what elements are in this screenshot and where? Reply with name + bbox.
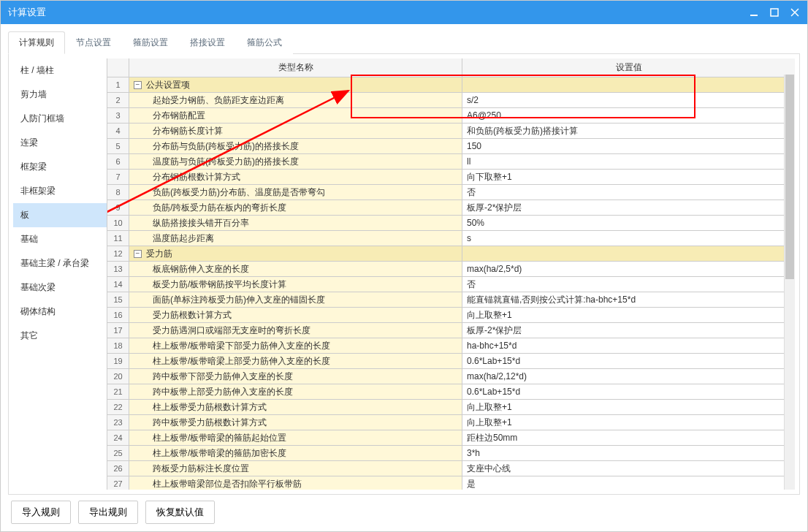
row-value[interactable]: max(ha/2,5*d)	[462, 262, 795, 276]
row-number: 2	[107, 93, 129, 107]
row-value[interactable]: 否	[462, 277, 795, 292]
table-row[interactable]: 15面筋(单标注跨板受力筋)伸入支座的锚固长度能直锚就直锚,否则按公式计算:ha…	[107, 292, 795, 308]
tab-1[interactable]: 节点设置	[65, 31, 122, 54]
sidebar-item-2[interactable]: 人防门框墙	[13, 107, 107, 131]
table-row[interactable]: 17受力筋遇洞口或端部无支座时的弯折长度板厚-2*保护层	[107, 323, 795, 338]
window-title: 计算设置	[8, 6, 749, 19]
row-type: 起始受力钢筋、负筋距支座边距离	[129, 93, 462, 107]
table-row[interactable]: 7分布钢筋根数计算方式向下取整+1	[107, 170, 795, 185]
table-row[interactable]: 21跨中板带上部受力筋伸入支座的长度0.6*Lab+15*d	[107, 384, 795, 400]
row-value[interactable]: 距柱边50mm	[462, 430, 795, 445]
row-number: 21	[107, 384, 129, 399]
row-value[interactable]: A6@250	[462, 108, 795, 123]
row-value[interactable]: 3*h	[462, 446, 795, 460]
table-row[interactable]: 16受力筋根数计算方式向上取整+1	[107, 308, 795, 323]
row-value[interactable]: 0.6*Lab+15*d	[462, 354, 795, 368]
table-row[interactable]: 26跨板受力筋标注长度位置支座中心线	[107, 461, 795, 476]
row-value[interactable]: 50%	[462, 216, 795, 230]
row-value[interactable]: s/2	[462, 93, 795, 107]
row-value[interactable]: 和负筋(跨板受力筋)搭接计算	[462, 123, 795, 138]
sidebar-item-5[interactable]: 非框架梁	[13, 179, 107, 203]
row-type: −公共设置项	[129, 77, 462, 92]
sidebar-item-1[interactable]: 剪力墙	[13, 83, 107, 107]
row-value[interactable]: 能直锚就直锚,否则按公式计算:ha-bhc+15*d	[462, 292, 795, 307]
table-row[interactable]: 8负筋(跨板受力筋)分布筋、温度筋是否带弯勾否	[107, 185, 795, 200]
table-row[interactable]: 6温度筋与负筋(跨板受力筋)的搭接长度ll	[107, 154, 795, 170]
row-value[interactable]	[462, 246, 795, 261]
table-row[interactable]: 5分布筋与负筋(跨板受力筋)的搭接长度150	[107, 139, 795, 154]
row-type: 跨中板带下部受力筋伸入支座的长度	[129, 369, 462, 384]
row-value[interactable]: 向上取整+1	[462, 415, 795, 430]
restore-defaults-button[interactable]: 恢复默认值	[145, 501, 215, 524]
table-row[interactable]: 4分布钢筋长度计算和负筋(跨板受力筋)搭接计算	[107, 123, 795, 139]
row-type: 柱上板带受力筋根数计算方式	[129, 400, 462, 414]
row-value[interactable]: 否	[462, 185, 795, 200]
scrollbar-vertical[interactable]	[784, 75, 795, 490]
row-number: 27	[107, 476, 129, 490]
row-value[interactable]: 150	[462, 139, 795, 153]
row-value[interactable]: 板厚-2*保护层	[462, 200, 795, 215]
table-row[interactable]: 20跨中板带下部受力筋伸入支座的长度max(ha/2,12*d)	[107, 369, 795, 384]
sidebar: 柱 / 墙柱剪力墙人防门框墙连梁框架梁非框架梁板基础基础主梁 / 承台梁基础次梁…	[13, 58, 107, 490]
table-row[interactable]: 22柱上板带受力筋根数计算方式向上取整+1	[107, 400, 795, 415]
row-value[interactable]: 向上取整+1	[462, 308, 795, 322]
row-value[interactable]: 支座中心线	[462, 461, 795, 476]
row-number: 25	[107, 446, 129, 460]
sidebar-item-9[interactable]: 基础次梁	[13, 276, 107, 300]
tab-bar: 计算规则节点设置箍筋设置搭接设置箍筋公式	[8, 31, 800, 54]
tab-2[interactable]: 箍筋设置	[122, 31, 179, 54]
table-row[interactable]: 25柱上板带/板带暗梁的箍筋加密长度3*h	[107, 446, 795, 461]
table-row[interactable]: 23跨中板带受力筋根数计算方式向上取整+1	[107, 415, 795, 430]
row-value[interactable]: ha-bhc+15*d	[462, 338, 795, 353]
row-value[interactable]: max(ha/2,12*d)	[462, 369, 795, 384]
row-value[interactable]: 0.6*Lab+15*d	[462, 384, 795, 399]
row-value[interactable]: 向上取整+1	[462, 400, 795, 414]
close-button[interactable]	[790, 7, 800, 18]
table-row[interactable]: 9负筋/跨板受力筋在板内的弯折长度板厚-2*保护层	[107, 200, 795, 216]
tab-0[interactable]: 计算规则	[8, 31, 65, 54]
row-number: 4	[107, 123, 129, 138]
maximize-button[interactable]	[769, 7, 780, 18]
row-value[interactable]: 板厚-2*保护层	[462, 323, 795, 338]
row-type: 跨中板带受力筋根数计算方式	[129, 415, 462, 430]
table-row[interactable]: 10纵筋搭接接头错开百分率50%	[107, 216, 795, 231]
sidebar-item-6[interactable]: 板	[13, 203, 107, 227]
expand-icon[interactable]: −	[134, 250, 142, 258]
row-value[interactable]: ll	[462, 154, 795, 169]
sidebar-item-0[interactable]: 柱 / 墙柱	[13, 58, 107, 83]
expand-icon[interactable]: −	[134, 81, 142, 89]
sidebar-item-7[interactable]: 基础	[13, 227, 107, 251]
table-body[interactable]: 1−公共设置项2起始受力钢筋、负筋距支座边距离s/23分布钢筋配置A6@2504…	[107, 77, 795, 490]
row-value[interactable]: s	[462, 231, 795, 246]
window-controls	[749, 7, 800, 18]
row-value[interactable]: 向下取整+1	[462, 170, 795, 184]
sidebar-item-10[interactable]: 砌体结构	[13, 300, 107, 324]
table-row[interactable]: 18柱上板带/板带暗梁下部受力筋伸入支座的长度ha-bhc+15*d	[107, 338, 795, 354]
row-value[interactable]	[462, 77, 795, 92]
sidebar-item-3[interactable]: 连梁	[13, 131, 107, 155]
row-number: 11	[107, 231, 129, 246]
table-row[interactable]: 13板底钢筋伸入支座的长度max(ha/2,5*d)	[107, 262, 795, 277]
sidebar-item-4[interactable]: 框架梁	[13, 155, 107, 179]
import-rules-button[interactable]: 导入规则	[11, 501, 71, 524]
row-value[interactable]: 是	[462, 476, 795, 490]
table-row[interactable]: 3分布钢筋配置A6@250	[107, 108, 795, 123]
tab-3[interactable]: 搭接设置	[179, 31, 236, 54]
tab-4[interactable]: 箍筋公式	[236, 31, 293, 54]
row-number: 6	[107, 154, 129, 169]
sidebar-item-8[interactable]: 基础主梁 / 承台梁	[13, 251, 107, 276]
table-row[interactable]: 12−受力筋	[107, 246, 795, 262]
table-row[interactable]: 11温度筋起步距离s	[107, 231, 795, 246]
sidebar-item-11[interactable]: 其它	[13, 324, 107, 348]
table-row[interactable]: 24柱上板带/板带暗梁的箍筋起始位置距柱边50mm	[107, 430, 795, 446]
table-row[interactable]: 1−公共设置项	[107, 77, 795, 93]
table-row[interactable]: 27柱上板带暗梁部位是否扣除平行板带筋是	[107, 476, 795, 490]
table-row[interactable]: 2起始受力钢筋、负筋距支座边距离s/2	[107, 93, 795, 108]
export-rules-button[interactable]: 导出规则	[78, 501, 138, 524]
titlebar: 计算设置	[1, 1, 807, 24]
table-row[interactable]: 14板受力筋/板带钢筋按平均长度计算否	[107, 277, 795, 292]
minimize-button[interactable]	[749, 7, 759, 18]
row-type: 分布钢筋长度计算	[129, 123, 462, 138]
scroll-thumb[interactable]	[785, 75, 794, 279]
table-row[interactable]: 19柱上板带/板带暗梁上部受力筋伸入支座的长度0.6*Lab+15*d	[107, 354, 795, 369]
